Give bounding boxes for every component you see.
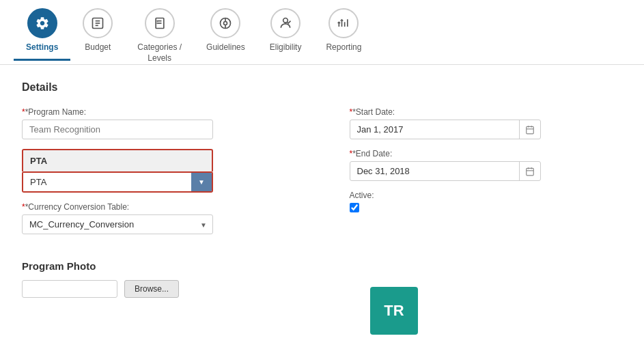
start-date-label: **Start Date: (350, 107, 623, 117)
end-date-input[interactable] (350, 161, 541, 181)
nav-guidelines-label: Guidelines (206, 42, 245, 53)
svg-rect-22 (527, 168, 534, 176)
nav-budget-label: Budget (85, 42, 111, 53)
settings-icon (27, 8, 57, 38)
start-date-calendar-icon[interactable] (519, 120, 541, 139)
nav-item-guidelines[interactable]: Guidelines (194, 0, 257, 61)
form-grid: **Program Name: PTA PTA **Currency Conve… (22, 107, 622, 244)
active-label: Active: (350, 191, 623, 200)
right-column: **Start Date: **End Date: (350, 107, 623, 244)
nav-item-reporting[interactable]: Reporting (313, 0, 374, 61)
svg-point-13 (283, 18, 288, 23)
nav-categories-label: Categories / Levels (137, 42, 182, 64)
guidelines-icon (210, 8, 240, 38)
nav-item-settings[interactable]: Settings (14, 0, 70, 61)
nav-item-categories[interactable]: Categories / Levels (125, 0, 194, 71)
svg-point-10 (224, 22, 227, 25)
program-name-input[interactable] (22, 120, 213, 139)
program-name-label: **Program Name: (22, 107, 295, 117)
pta-dropdown-group: PTA PTA (22, 149, 295, 193)
nav-settings-label: Settings (26, 42, 58, 53)
top-navigation: Settings Budget Categories / Levels Guid… (0, 0, 644, 65)
budget-icon (83, 8, 113, 38)
main-content: Details **Program Name: PTA PTA (0, 65, 644, 362)
currency-group: **Currency Conversion Table: MC_Currency… (22, 202, 295, 234)
currency-label: **Currency Conversion Table: (22, 202, 295, 212)
end-date-group: **End Date: (350, 149, 623, 181)
eligibility-icon (270, 8, 300, 38)
start-date-group: **Start Date: (350, 107, 623, 139)
left-column: **Program Name: PTA PTA **Currency Conve… (22, 107, 295, 244)
start-date-input[interactable] (350, 120, 541, 139)
active-group: Active: (350, 191, 623, 212)
photo-file-input[interactable] (22, 280, 117, 298)
end-date-wrapper (350, 161, 541, 181)
svg-point-8 (157, 23, 158, 24)
svg-rect-18 (527, 126, 534, 134)
currency-dropdown-wrapper: MC_Currency_Conversion ▼ (22, 214, 213, 234)
nav-item-eligibility[interactable]: Eligibility (257, 0, 314, 61)
categories-icon (145, 8, 175, 38)
program-name-group: **Program Name: (22, 107, 295, 139)
program-badge: TR (370, 287, 418, 335)
pta-dropdown-wrapper: PTA (22, 171, 213, 193)
active-checkbox[interactable] (350, 203, 359, 212)
nav-item-budget[interactable]: Budget (70, 0, 125, 61)
pta-select[interactable]: PTA (23, 173, 212, 191)
nav-eligibility-label: Eligibility (270, 42, 302, 53)
reporting-icon (328, 8, 359, 38)
end-date-label: **End Date: (350, 149, 623, 158)
photo-section-title: Program Photo (22, 260, 622, 272)
section-title: Details (22, 81, 622, 94)
dropdown-popup: PTA (22, 149, 213, 171)
active-checkbox-wrapper (350, 203, 623, 212)
nav-reporting-label: Reporting (326, 42, 361, 53)
photo-section: Program Photo Browse... TR (22, 260, 622, 335)
start-date-wrapper (350, 120, 541, 139)
svg-point-7 (157, 20, 158, 21)
currency-select[interactable]: MC_Currency_Conversion (23, 215, 212, 234)
end-date-calendar-icon[interactable] (519, 161, 541, 181)
browse-button[interactable]: Browse... (124, 280, 179, 298)
photo-upload-row: Browse... (22, 280, 179, 298)
